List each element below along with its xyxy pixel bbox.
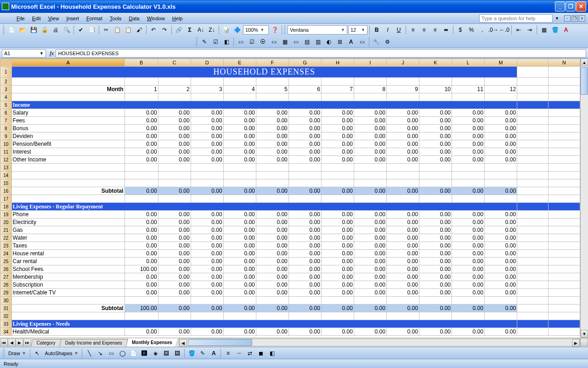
help-icon[interactable]: ❓	[270, 25, 280, 35]
draw-menu[interactable]: Draw▼	[6, 349, 28, 358]
tb2-icon-2[interactable]: ☑	[210, 37, 220, 47]
menu-window[interactable]: Window	[143, 15, 169, 22]
font-color-draw-icon[interactable]: A	[209, 348, 219, 358]
increase-decimal-icon[interactable]: .0→	[488, 25, 498, 35]
tb2-icon-9[interactable]: ▭	[291, 37, 301, 47]
font-color-icon[interactable]: A	[561, 25, 571, 35]
menu-format[interactable]: Format	[83, 15, 106, 22]
3d-icon[interactable]: ◧	[267, 348, 277, 358]
help-dropdown-icon[interactable]: ▼	[555, 16, 559, 21]
italic-icon[interactable]: I	[383, 25, 393, 35]
print-icon[interactable]: 🖨	[51, 25, 61, 35]
line-icon[interactable]: ╲	[84, 348, 94, 358]
currency-icon[interactable]: $	[455, 25, 465, 35]
cut-icon[interactable]: ✂	[101, 25, 111, 35]
hyperlink-icon[interactable]: 🔗	[174, 25, 184, 35]
scroll-down-icon[interactable]: ▼	[581, 330, 588, 338]
sort-desc-icon[interactable]: Z↓	[207, 25, 217, 35]
font-name-combo[interactable]: Verdana▼	[288, 25, 347, 34]
zoom-combo[interactable]: 100%▼	[243, 25, 269, 34]
sheet-tab-category[interactable]: Category	[31, 339, 62, 346]
decrease-decimal-icon[interactable]: ←.0	[499, 25, 509, 35]
clipart-icon[interactable]: 🖼	[161, 348, 171, 358]
menu-file[interactable]: File	[13, 15, 28, 22]
sort-asc-icon[interactable]: A↓	[196, 25, 206, 35]
section-header[interactable]: Income	[11, 101, 517, 109]
maximize-button[interactable]: ❐	[565, 1, 576, 12]
picture-icon[interactable]: 🖼	[172, 348, 182, 358]
research-icon[interactable]: 📑	[87, 25, 97, 35]
increase-indent-icon[interactable]: ⇥	[525, 25, 535, 35]
copy-icon[interactable]: 📋	[112, 25, 122, 35]
tb2-icon-7[interactable]: ▭	[269, 37, 279, 47]
tb2-icon-1[interactable]: ✎	[199, 37, 209, 47]
section-header[interactable]: Living Expenses - Needs	[11, 320, 517, 328]
tb2-icon-6[interactable]: ⦿	[258, 37, 268, 47]
tb2-icon-4[interactable]: ▭	[236, 37, 246, 47]
align-left-icon[interactable]: ≡	[408, 25, 418, 35]
draw-handle[interactable]	[3, 349, 5, 358]
dash-style-icon[interactable]: ┄	[234, 348, 244, 358]
drawing-icon[interactable]: 🔷	[232, 25, 242, 35]
tab-first-icon[interactable]: ⏮	[0, 339, 8, 346]
menu-view[interactable]: View	[45, 15, 63, 22]
borders-icon[interactable]: ▦	[539, 25, 549, 35]
tb2-icon-8[interactable]: ▦	[280, 37, 290, 47]
font-size-combo[interactable]: 12▼	[348, 25, 368, 34]
redo-icon[interactable]: ↷	[159, 25, 170, 35]
arrow-style-icon[interactable]: ⇄	[245, 348, 255, 358]
line-style-icon[interactable]: ≡	[223, 348, 233, 358]
rectangle-icon[interactable]: ▭	[106, 348, 116, 358]
oval-icon[interactable]: ◯	[117, 348, 127, 358]
tb2-icon-3[interactable]: ◧	[221, 37, 232, 47]
format-painter-icon[interactable]: 🖌	[134, 25, 144, 35]
sheet-tab-monthly-expenses[interactable]: Monthly Expenses	[125, 339, 178, 346]
menu-edit[interactable]: Edit	[28, 15, 45, 22]
chart-icon[interactable]: 📊	[221, 25, 231, 35]
tb2-icon-17[interactable]: ⚙	[382, 37, 392, 47]
fill-color-icon[interactable]: 🪣	[550, 25, 560, 35]
worksheet[interactable]: ABCDEFGHIJKLMN1HOUSEHOLD EXPENSES23Month…	[0, 58, 580, 336]
tb2-icon-16[interactable]: 🔧	[371, 37, 381, 47]
toolbar-handle[interactable]	[3, 25, 5, 34]
menu-insert[interactable]: Insert	[62, 15, 83, 22]
name-box[interactable]: A1▼	[2, 49, 46, 58]
tab-prev-icon[interactable]: ◀	[8, 339, 16, 346]
fx-icon[interactable]: fx	[50, 50, 54, 57]
title-cell[interactable]: HOUSEHOLD EXPENSES	[11, 67, 517, 78]
toolbar-handle-2[interactable]	[284, 25, 286, 34]
minimize-button[interactable]: _	[555, 1, 565, 12]
diagram-icon[interactable]: ◈	[150, 348, 160, 358]
doc-minimize-button[interactable]: -	[564, 15, 571, 22]
doc-restore-button[interactable]: ❐	[571, 15, 578, 22]
line-color-icon[interactable]: ✎	[198, 348, 208, 358]
scroll-right-icon[interactable]: ▶	[572, 339, 580, 347]
undo-icon[interactable]: ↶	[148, 25, 158, 35]
decrease-indent-icon[interactable]: ⇤	[514, 25, 524, 35]
doc-close-button[interactable]: ×	[579, 15, 585, 22]
fill-color-draw-icon[interactable]: 🪣	[187, 348, 197, 358]
bold-icon[interactable]: B	[372, 25, 382, 35]
spelling-icon[interactable]: ✔	[76, 25, 86, 35]
comma-icon[interactable]: ,	[477, 25, 487, 35]
print-preview-icon[interactable]: 🔍	[62, 25, 72, 35]
toolbar-handle-3[interactable]	[196, 37, 198, 46]
new-icon[interactable]: 📄	[6, 25, 17, 35]
save-icon[interactable]: 💾	[28, 25, 39, 35]
sheet-tab-daily-income-and-expenses[interactable]: Daily Income and Expenses	[59, 339, 128, 346]
shadow-icon[interactable]: ◼	[256, 348, 266, 358]
select-objects-icon[interactable]: ↖	[32, 348, 42, 358]
scroll-left-icon[interactable]: ◀	[179, 339, 187, 347]
vertical-scrollbar[interactable]: ▲ ▼	[580, 58, 588, 338]
menu-data[interactable]: Data	[125, 15, 143, 22]
tb2-icon-11[interactable]: ▥	[313, 37, 323, 47]
open-icon[interactable]: 📂	[17, 25, 28, 35]
formula-bar[interactable]: HOUSEHOLD EXPENSES	[56, 49, 586, 58]
tb2-icon-10[interactable]: ▤	[302, 37, 312, 47]
autosum-icon[interactable]: Σ	[185, 25, 195, 35]
menu-tools[interactable]: Tools	[106, 15, 125, 22]
tb2-icon-14[interactable]: A	[346, 37, 356, 47]
horizontal-scrollbar[interactable]: ◀ ▶	[179, 339, 580, 346]
align-center-icon[interactable]: ≡	[419, 25, 429, 35]
tb2-icon-12[interactable]: ◐	[324, 37, 334, 47]
